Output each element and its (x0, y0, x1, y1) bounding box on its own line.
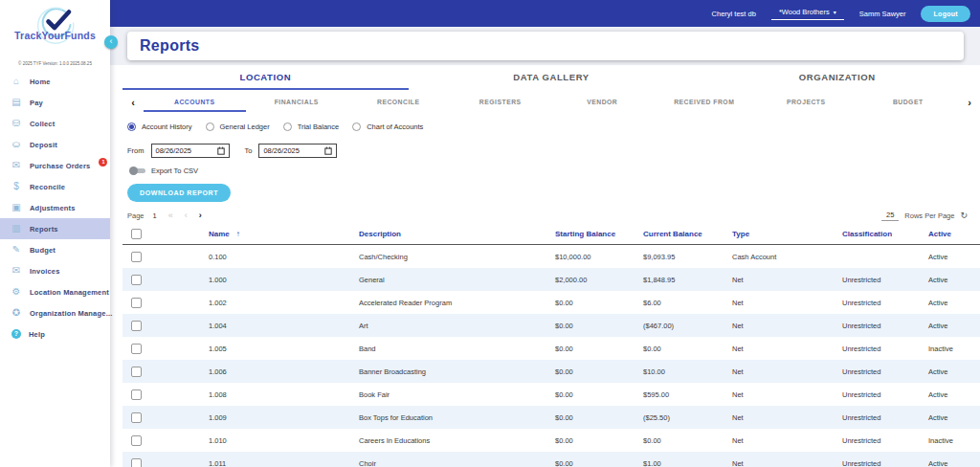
radio-label: Account History (142, 122, 192, 131)
budget-icon: ✎ (11, 244, 22, 256)
select-all-checkbox[interactable] (131, 229, 142, 239)
cell-type: Net (684, 436, 794, 445)
cell-name: 1.005 (161, 345, 311, 353)
logout-button[interactable]: Logout (921, 6, 970, 22)
column-header-name[interactable]: Name↑ (161, 230, 311, 238)
cell-name: 1.000 (161, 276, 311, 284)
column-header-classification[interactable]: Classification (794, 230, 880, 238)
export-csv-label: Export To CSV (151, 167, 198, 175)
cell-name: 1.009 (161, 413, 311, 422)
tab-data-gallery[interactable]: DATA GALLERY (409, 65, 695, 90)
sidebar-collapse-button[interactable]: ‹ (104, 35, 118, 49)
subtab-received-from[interactable]: RECEIVED FROM (654, 99, 756, 112)
main-tabs: LOCATIONDATA GALLERYORGANIZATION (122, 65, 980, 90)
next-page-icon[interactable]: › (199, 211, 202, 220)
cell-type: Net (684, 367, 794, 376)
row-checkbox[interactable] (131, 344, 142, 354)
calendar-icon[interactable] (324, 146, 332, 155)
refresh-icon[interactable]: ↻ (960, 211, 968, 220)
subtab-registers[interactable]: REGISTERS (450, 99, 552, 112)
subtab-vendor[interactable]: VENDOR (551, 99, 654, 112)
sidebar-item-reconcile[interactable]: $Reconcile (0, 176, 110, 197)
subtabs-next-icon[interactable]: › (959, 97, 980, 112)
sidebar-item-label: Collect (30, 120, 55, 128)
radio-general-ledger[interactable] (206, 122, 214, 131)
first-page-icon[interactable]: « (168, 211, 173, 220)
topbar: Cheryl test db *Wood Brothers ▾ Samm Saw… (110, 0, 980, 27)
cell-current-balance: $0.00 (595, 436, 684, 445)
sidebar-item-deposit[interactable]: ⛀Deposit (0, 134, 110, 155)
export-csv-toggle[interactable] (129, 167, 146, 175)
sidebar-item-organization-manage[interactable]: ✪Organization Manage... (0, 302, 110, 323)
sidebar-item-adjustments[interactable]: ▣Adjustments (0, 197, 110, 218)
cell-name: 1.011 (161, 459, 311, 467)
table-row: 1.005Band$0.00$0.00NetUnrestrictedInacti… (122, 337, 980, 360)
row-checkbox[interactable] (131, 252, 142, 262)
reports-icon: ▥ (11, 223, 22, 234)
table-row: 1.002Accelerated Reader Program$0.00$6.0… (122, 291, 980, 314)
row-checkbox[interactable] (131, 412, 142, 423)
row-checkbox[interactable] (131, 367, 142, 377)
subtab-financials[interactable]: FINANCIALS (246, 99, 348, 112)
sidebar-item-pay[interactable]: ▤Pay (0, 92, 110, 113)
cell-active: Active (880, 413, 980, 422)
sidebar-item-collect[interactable]: ⛁Collect (0, 113, 110, 134)
cell-starting-balance: $2,000.00 (507, 276, 595, 284)
column-header-active[interactable]: Active (880, 230, 980, 238)
sidebar-item-reports[interactable]: ▥Reports (0, 218, 110, 239)
radio-account-history[interactable] (127, 122, 136, 131)
row-checkbox[interactable] (131, 321, 142, 331)
tab-organization[interactable]: ORGANIZATION (694, 65, 980, 90)
to-date-input[interactable]: 08/26/2025 (258, 144, 337, 158)
sidebar-item-purchase-orders[interactable]: ✉Purchase Orders1 (0, 155, 110, 176)
sidebar-item-label: Purchase Orders (30, 162, 90, 170)
cell-current-balance: $1.00 (595, 459, 684, 467)
page-label: Page (127, 211, 145, 220)
sidebar-item-home[interactable]: ⌂Home (0, 71, 110, 92)
row-checkbox[interactable] (131, 458, 142, 467)
sidebar-item-location-management[interactable]: ⚙Location Management (0, 281, 110, 302)
row-checkbox[interactable] (131, 389, 142, 400)
cell-type: Net (684, 459, 794, 467)
version-text: © 2025 TYF Version: 1.0.0 2025.08.25 (0, 61, 110, 66)
rows-per-page-select[interactable]: 25 (881, 211, 899, 221)
sidebar-item-budget[interactable]: ✎Budget (0, 239, 110, 260)
deposit-icon: ⛀ (11, 139, 22, 150)
organization-selector[interactable]: *Wood Brothers ▾ (771, 7, 844, 20)
cell-active: Active (880, 253, 980, 261)
radio-chart-of-accounts[interactable] (352, 122, 361, 131)
location-management-icon: ⚙ (11, 286, 22, 298)
page-title-card: Reports (127, 32, 964, 60)
table-row: 1.010Careers In Educations$0.00$0.00NetU… (122, 429, 980, 452)
subtab-budget[interactable]: BUDGET (858, 99, 960, 112)
row-checkbox-cell (122, 435, 161, 446)
subtab-projects[interactable]: PROJECTS (755, 99, 858, 112)
row-checkbox[interactable] (131, 435, 142, 446)
purchase-orders-icon: ✉ (11, 160, 22, 171)
subtabs-prev-icon[interactable]: ‹ (122, 97, 144, 112)
radio-trial-balance[interactable] (283, 122, 292, 131)
from-date-input[interactable]: 08/26/2025 (151, 144, 230, 158)
sidebar-item-invoices[interactable]: ✉Invoices (0, 260, 110, 281)
subtab-reconcile[interactable]: RECONCILE (347, 99, 450, 112)
sidebar-item-label: Invoices (30, 267, 60, 276)
page-number-select[interactable]: 1 (153, 211, 157, 220)
column-header-current-balance[interactable]: Current Balance (595, 230, 684, 238)
row-checkbox[interactable] (131, 275, 142, 285)
cell-classification: Unrestricted (794, 276, 880, 284)
cell-current-balance: ($25.50) (595, 413, 684, 422)
row-checkbox[interactable] (131, 298, 142, 308)
sort-ascending-icon[interactable]: ↑ (236, 230, 240, 238)
cell-description: Box Tops for Education (311, 413, 507, 422)
previous-page-icon[interactable]: ‹ (185, 211, 188, 220)
column-header-description[interactable]: Description (311, 230, 507, 238)
page-title: Reports (140, 37, 200, 55)
tab-location[interactable]: LOCATION (122, 65, 409, 90)
cell-starting-balance: $0.00 (507, 345, 595, 353)
column-header-type[interactable]: Type (684, 230, 794, 238)
download-report-button[interactable]: DOWNLOAD REPORT (127, 184, 231, 202)
column-header-starting-balance[interactable]: Starting Balance (507, 230, 595, 238)
calendar-icon[interactable] (217, 146, 225, 155)
sidebar-item-help[interactable]: ?Help (0, 323, 110, 345)
subtab-accounts[interactable]: ACCOUNTS (144, 99, 246, 112)
